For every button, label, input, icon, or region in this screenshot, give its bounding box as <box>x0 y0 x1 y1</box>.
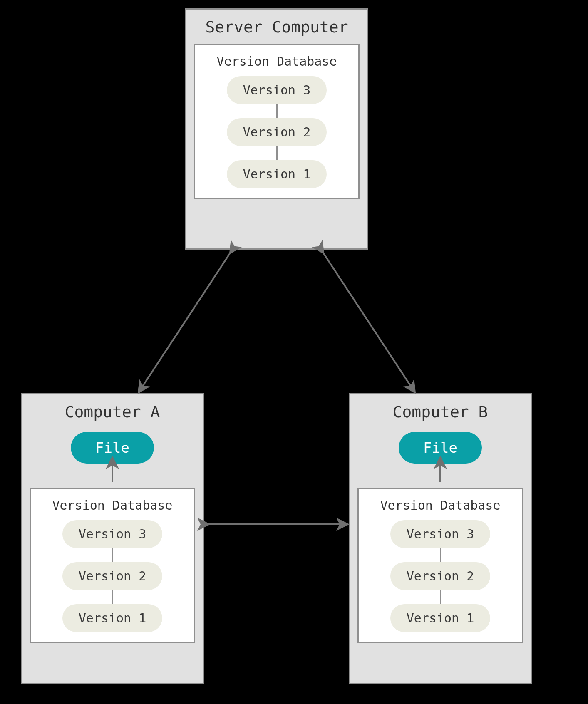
diagram-canvas: Server Computer Version Database Version… <box>0 0 588 704</box>
connector-line <box>276 146 278 160</box>
server-version-3: Version 3 <box>227 76 327 104</box>
computer-a-db-label: Version Database <box>31 495 194 520</box>
connector-line <box>112 590 113 604</box>
computer-b-version-2: Version 2 <box>390 562 490 590</box>
server-computer-box: Server Computer Version Database Version… <box>185 8 368 250</box>
computer-b-title: Computer B <box>350 394 531 429</box>
computer-a-box: Computer A File Version Database Version… <box>21 393 204 684</box>
computer-a-version-database: Version Database Version 3 Version 2 Ver… <box>30 488 195 643</box>
server-db-label: Version Database <box>195 51 358 76</box>
computer-a-title: Computer A <box>22 394 203 429</box>
connector-line <box>440 548 441 562</box>
computer-b-file-pill: File <box>399 432 482 464</box>
arrow-server-to-b <box>323 252 414 391</box>
computer-b-box: Computer B File Version Database Version… <box>349 393 532 684</box>
computer-a-version-1: Version 1 <box>62 604 162 632</box>
connector-line <box>440 590 441 604</box>
computer-b-db-label: Version Database <box>359 495 522 520</box>
computer-b-version-database: Version Database Version 3 Version 2 Ver… <box>357 488 523 643</box>
server-version-database: Version Database Version 3 Version 2 Ver… <box>194 44 360 199</box>
computer-b-version-1: Version 1 <box>390 604 490 632</box>
computer-a-file-pill: File <box>71 432 154 464</box>
server-version-2: Version 2 <box>227 118 327 146</box>
server-title: Server Computer <box>186 10 367 44</box>
computer-a-version-3: Version 3 <box>62 520 162 548</box>
connector-line <box>112 548 113 562</box>
connector-line <box>276 104 278 118</box>
server-version-1: Version 1 <box>227 160 327 188</box>
arrow-server-to-a <box>139 252 231 391</box>
computer-b-version-3: Version 3 <box>390 520 490 548</box>
computer-a-version-2: Version 2 <box>62 562 162 590</box>
